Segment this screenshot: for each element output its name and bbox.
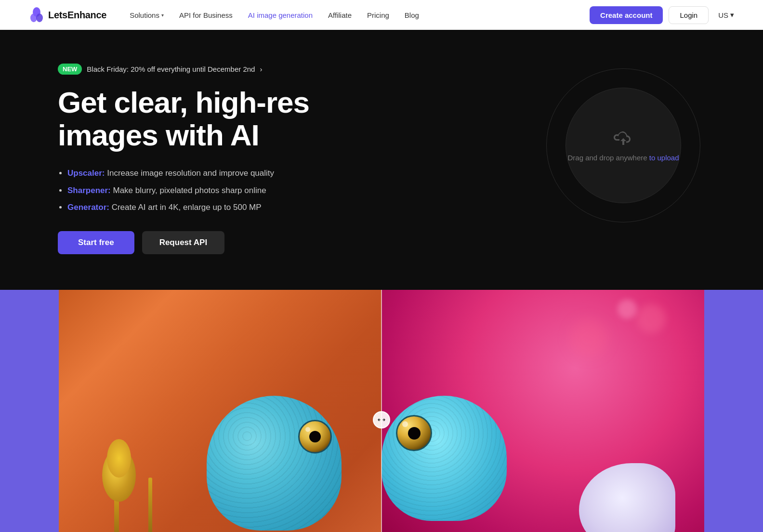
create-account-button[interactable]: Create account	[590, 6, 663, 24]
nav-ai-image-generation[interactable]: AI image generation	[248, 11, 313, 19]
svg-point-2	[36, 13, 43, 22]
chevron-down-icon: ▾	[161, 13, 164, 18]
hero-buttons: Start free Request API	[58, 231, 376, 254]
hero-content: NEW Black Friday: 20% off everything unt…	[58, 59, 376, 254]
login-button[interactable]: Login	[669, 6, 709, 24]
request-api-button[interactable]: Request API	[142, 231, 225, 254]
comparison-handle[interactable]	[373, 411, 390, 428]
badge-text: Black Friday: 20% off everything until D…	[87, 65, 255, 73]
handle-arrows-icon	[377, 415, 386, 424]
nav-actions: Create account Login US ▾	[590, 6, 734, 24]
cloud-upload-icon	[613, 130, 634, 147]
image-before	[59, 290, 382, 532]
start-free-button[interactable]: Start free	[58, 231, 134, 254]
logo-text: LetsEnhance	[48, 10, 106, 21]
badge-arrow-icon: ›	[260, 65, 262, 73]
nav-links: Solutions ▾ API for Business AI image ge…	[130, 11, 590, 19]
navbar: LetsEnhance Solutions ▾ API for Business…	[0, 0, 763, 30]
nav-api-business[interactable]: API for Business	[179, 11, 233, 19]
image-after	[382, 290, 704, 532]
chevron-down-icon: ▾	[730, 11, 734, 19]
svg-point-1	[30, 13, 37, 22]
feature-sharpener: Sharpener: Make blurry, pixelated photos…	[67, 184, 376, 197]
upload-circle-inner[interactable]: Drag and drop anywhere to upload	[566, 88, 681, 203]
hero-section: NEW Black Friday: 20% off everything unt…	[0, 30, 763, 290]
feature-upscaler: Upscaler: Increase image resolution and …	[67, 167, 376, 180]
nav-pricing[interactable]: Pricing	[367, 11, 389, 19]
hero-features-list: Upscaler: Increase image resolution and …	[58, 167, 376, 214]
badge-new: NEW	[58, 64, 82, 75]
nav-affiliate[interactable]: Affiliate	[328, 11, 352, 19]
comparison-wrapper	[59, 290, 704, 532]
logo[interactable]: LetsEnhance	[29, 7, 106, 23]
logo-icon	[29, 7, 44, 23]
upload-zone[interactable]: Drag and drop anywhere to upload	[541, 59, 705, 232]
feature-generator: Generator: Create AI art in 4K, enlarge …	[67, 201, 376, 214]
announcement-badge[interactable]: NEW Black Friday: 20% off everything unt…	[58, 64, 262, 75]
nav-blog[interactable]: Blog	[405, 11, 419, 19]
comparison-section	[0, 290, 763, 532]
upload-circle-outer: Drag and drop anywhere to upload	[546, 68, 700, 222]
nav-solutions[interactable]: Solutions ▾	[130, 11, 164, 19]
language-selector[interactable]: US ▾	[718, 11, 734, 19]
hero-title: Get clear, high-res images with AI	[58, 86, 376, 152]
upload-label: Drag and drop anywhere to upload	[567, 154, 679, 162]
plant-decoration-left	[97, 454, 141, 532]
